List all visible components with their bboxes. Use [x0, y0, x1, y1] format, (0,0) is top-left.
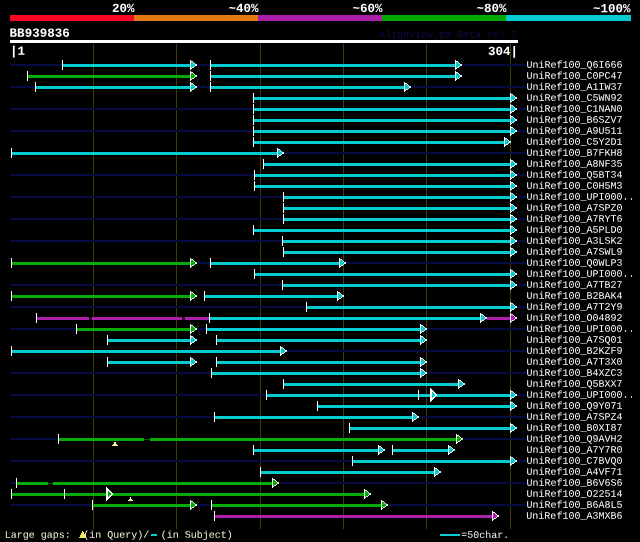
svg-text:UniRef100_C1NAN0: UniRef100_C1NAN0 — [527, 104, 623, 115]
svg-text:UniRef100_B6A8L5: UniRef100_B6A8L5 — [526, 500, 622, 511]
svg-text:UniRef100_A8NF35: UniRef100_A8NF35 — [527, 159, 623, 170]
svg-text:Large gaps:: Large gaps: — [5, 530, 77, 541]
svg-text:UniRef100_B0XI87: UniRef100_B0XI87 — [526, 423, 622, 434]
svg-text:|1: |1 — [10, 45, 25, 59]
svg-text:UniRef100_A4VF71: UniRef100_A4VF71 — [526, 467, 622, 478]
svg-text:UniRef100_A3LSK2: UniRef100_A3LSK2 — [527, 236, 623, 247]
svg-text:AlignView.pm Beta rel.7: AlignView.pm Beta rel.7 — [379, 30, 517, 41]
svg-text:UniRef100_A7SWL9: UniRef100_A7SWL9 — [527, 247, 623, 258]
svg-text:UniRef100_A7SPZ4: UniRef100_A7SPZ4 — [526, 412, 622, 423]
svg-text:UniRef100_Q9Y071: UniRef100_Q9Y071 — [526, 401, 622, 412]
svg-text:UniRef100_B4XZC3: UniRef100_B4XZC3 — [526, 368, 622, 379]
svg-text:UniRef100_O04892: UniRef100_O04892 — [526, 313, 622, 324]
svg-text:UniRef100_UPI000..: UniRef100_UPI000.. — [526, 324, 634, 335]
svg-text:UniRef100_A7SQ01: UniRef100_A7SQ01 — [526, 335, 622, 346]
svg-text:UniRef100_A5PLD0: UniRef100_A5PLD0 — [527, 225, 623, 236]
svg-text:UniRef100_UPI000..: UniRef100_UPI000.. — [527, 192, 635, 203]
svg-text:=50char.: =50char. — [461, 530, 509, 541]
svg-text:UniRef100_B7FKH8: UniRef100_B7FKH8 — [527, 148, 623, 159]
svg-text:UniRef100_A7T2Y9: UniRef100_A7T2Y9 — [526, 302, 622, 313]
svg-text:20%: 20% — [112, 2, 135, 16]
svg-text:UniRef100_B6SZV7: UniRef100_B6SZV7 — [527, 115, 623, 126]
svg-text:UniRef100_Q5BXX7: UniRef100_Q5BXX7 — [526, 379, 622, 390]
svg-text:UniRef100_C5Y2D1: UniRef100_C5Y2D1 — [527, 137, 623, 148]
svg-text:(in Subject): (in Subject) — [161, 530, 233, 541]
svg-text:~100%: ~100% — [593, 2, 631, 16]
svg-text:UniRef100_UPI000..: UniRef100_UPI000.. — [526, 269, 634, 280]
svg-text:UniRef100_Q0WLP3: UniRef100_Q0WLP3 — [527, 258, 623, 269]
svg-text:UniRef100_C7BVQ0: UniRef100_C7BVQ0 — [526, 456, 622, 467]
svg-text:BB939836: BB939836 — [10, 27, 70, 41]
svg-text:UniRef100_C0H5M3: UniRef100_C0H5M3 — [527, 181, 623, 192]
svg-text:UniRef100_UPI000..: UniRef100_UPI000.. — [526, 390, 634, 401]
svg-text:UniRef100_B2BAK4: UniRef100_B2BAK4 — [526, 291, 622, 302]
svg-text:UniRef100_Q9AVH2: UniRef100_Q9AVH2 — [526, 434, 622, 445]
svg-text:304|: 304| — [488, 45, 518, 59]
svg-text:UniRef100_A7Y7R0: UniRef100_A7Y7R0 — [526, 445, 622, 456]
svg-text:(in Query)/: (in Query)/ — [83, 530, 149, 541]
svg-text:UniRef100_C5WN92: UniRef100_C5WN92 — [527, 93, 623, 104]
svg-text:UniRef100_C0PC47: UniRef100_C0PC47 — [527, 71, 623, 82]
svg-text:UniRef100_A1IW37: UniRef100_A1IW37 — [527, 82, 623, 93]
svg-text:UniRef100_B2KZF9: UniRef100_B2KZF9 — [526, 346, 622, 357]
svg-text:UniRef100_A7TB27: UniRef100_A7TB27 — [526, 280, 622, 291]
svg-text:UniRef100_A7RYT6: UniRef100_A7RYT6 — [527, 214, 623, 225]
svg-text:UniRef100_A7T3X0: UniRef100_A7T3X0 — [526, 357, 622, 368]
svg-text:UniRef100_B6V6S6: UniRef100_B6V6S6 — [526, 478, 622, 489]
svg-text:~80%: ~80% — [477, 2, 508, 16]
svg-text:UniRef100_Q6I666: UniRef100_Q6I666 — [527, 60, 623, 71]
svg-text:~40%: ~40% — [229, 2, 260, 16]
svg-text:UniRef100_A9U511: UniRef100_A9U511 — [527, 126, 623, 137]
svg-text:UniRef100_A3MXB6: UniRef100_A3MXB6 — [526, 511, 622, 522]
svg-text:~60%: ~60% — [353, 2, 384, 16]
svg-text:UniRef100_Q5BT34: UniRef100_Q5BT34 — [527, 170, 623, 181]
svg-text:UniRef100_A7SPZ0: UniRef100_A7SPZ0 — [527, 203, 623, 214]
svg-text:UniRef100_O22514: UniRef100_O22514 — [526, 489, 622, 500]
